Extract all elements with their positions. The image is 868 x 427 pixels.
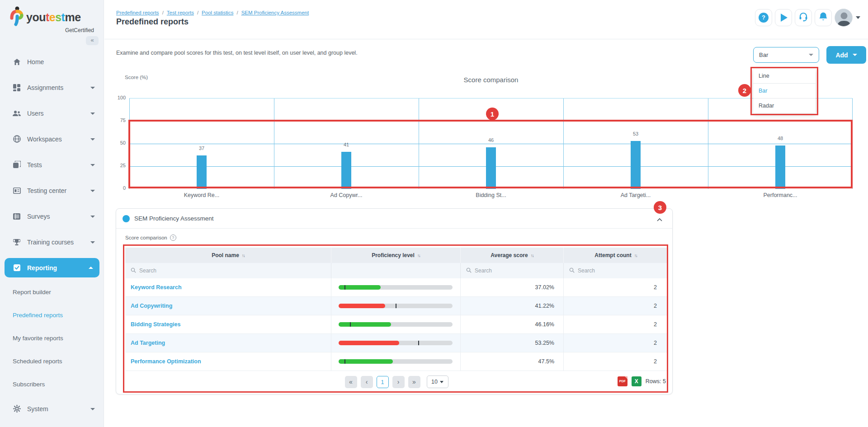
sort-icon[interactable]: ↑↓	[531, 253, 533, 258]
next-page-button[interactable]: ›	[392, 376, 405, 388]
attempt-count-cell: 2	[563, 315, 668, 333]
search-input-attempt-count[interactable]: Search	[563, 263, 668, 278]
dropdown-option-bar[interactable]: Bar	[753, 84, 816, 99]
gear-icon	[13, 405, 21, 413]
sidebar-item-surveys[interactable]: Surveys	[0, 203, 104, 229]
sidebar-item-reporting[interactable]: Reporting	[5, 258, 99, 277]
search-input-average-score[interactable]: Search	[460, 263, 563, 278]
chart-bar[interactable]	[631, 141, 641, 189]
x-category-label: Ad Targeti...	[563, 192, 708, 198]
x-category-label: Performanc...	[708, 192, 853, 198]
notifications-button[interactable]	[815, 9, 832, 26]
sidebar-item-tests[interactable]: Tests	[0, 152, 104, 178]
chart-bar[interactable]	[197, 155, 207, 189]
chevron-down-icon	[90, 138, 95, 141]
proficiency-progress-bar	[339, 285, 453, 290]
pool-link[interactable]: Bidding Strategies	[125, 321, 180, 328]
export-pdf-icon[interactable]: PDF	[618, 376, 627, 386]
breadcrumb-link[interactable]: Pool statistics	[202, 10, 233, 15]
sidebar-item-label: Assignments	[27, 84, 63, 91]
sidebar-item-label: Training courses	[27, 239, 74, 246]
average-score-cell: 47.5%	[460, 352, 563, 371]
bar-value-label: 46	[419, 137, 563, 143]
table-row: Performance Optimization 47.5% 2	[125, 352, 668, 371]
pool-link[interactable]: Ad Targeting	[125, 340, 165, 346]
table-footer: « ‹ 1 › » 10 PDF X Rows: 5	[125, 371, 668, 394]
sidebar-item-report-builder[interactable]: Report builder	[0, 281, 104, 304]
breadcrumb-link[interactable]: SEM Proficiency Assessment	[241, 10, 309, 15]
sidebar-nav: Home Assignments Users Workspaces Tests	[0, 49, 104, 422]
chart-bar[interactable]	[775, 145, 785, 189]
breadcrumb-link[interactable]: Predefined reports	[116, 10, 159, 15]
status-dot-icon	[123, 215, 130, 222]
sidebar-item-subscribers[interactable]: Subscribers	[0, 373, 104, 396]
chevron-down-icon	[90, 408, 95, 410]
average-score-cell: 53.25%	[460, 334, 563, 352]
chevron-down-icon	[90, 87, 95, 89]
chevron-up-icon	[89, 267, 93, 269]
column-header-average-score[interactable]: Average score↑↓	[460, 248, 563, 263]
bar-value-label: 48	[708, 136, 853, 141]
widget-header[interactable]: SEM Proficiency Assessment	[116, 209, 672, 229]
add-button[interactable]: Add	[826, 46, 866, 64]
breadcrumb-separator: /	[162, 10, 164, 15]
collapse-widget-button[interactable]	[657, 215, 662, 223]
sidebar-item-assignments[interactable]: Assignments	[0, 75, 104, 100]
column-header-proficiency-level[interactable]: Proficiency level↑↓	[331, 248, 460, 263]
video-tutorials-button[interactable]	[775, 9, 792, 26]
sidebar-collapse-button[interactable]: «	[86, 36, 99, 45]
chart-bar[interactable]	[341, 152, 351, 189]
sidebar-item-system[interactable]: System	[0, 396, 104, 422]
sidebar-item-scheduled-reports[interactable]: Scheduled reports	[0, 350, 104, 373]
sort-icon[interactable]: ↑↓	[634, 253, 637, 258]
pool-link[interactable]: Performance Optimization	[125, 358, 201, 365]
column-header-label: Pool name	[212, 252, 239, 258]
sidebar-item-label: Surveys	[27, 213, 50, 220]
search-input-pool-name[interactable]: Search	[125, 263, 331, 278]
page-size-select[interactable]: 10	[427, 375, 448, 388]
last-page-button[interactable]: »	[408, 376, 420, 388]
account-menu-chevron-icon[interactable]	[856, 16, 860, 19]
table-row: Ad Targeting 53.25% 2	[125, 334, 668, 352]
sidebar-item-users[interactable]: Users	[0, 100, 104, 126]
users-icon	[13, 109, 21, 117]
column-header-attempt-count[interactable]: Attempt count↑↓	[563, 248, 668, 263]
sidebar-item-training-courses[interactable]: Training courses	[0, 229, 104, 255]
attempt-count-cell: 2	[563, 352, 668, 371]
export-excel-icon[interactable]: X	[632, 376, 642, 386]
support-button[interactable]	[795, 9, 812, 26]
bar-value-label: 41	[274, 142, 419, 147]
sort-icon[interactable]: ↑↓	[242, 253, 245, 258]
current-page-button[interactable]: 1	[377, 376, 389, 388]
sidebar-item-testing-center[interactable]: Testing center	[0, 178, 104, 203]
previous-page-button[interactable]: ‹	[361, 376, 373, 388]
annotation-step-2: 2	[738, 84, 751, 97]
play-icon	[781, 14, 788, 22]
bell-icon	[819, 12, 828, 23]
search-icon	[569, 267, 575, 275]
search-placeholder: Search	[475, 267, 492, 274]
dropdown-option-line[interactable]: Line	[753, 69, 816, 84]
first-page-button[interactable]: «	[345, 376, 357, 388]
sidebar-subitem-label: Subscribers	[13, 381, 45, 388]
column-header-pool-name[interactable]: Pool name↑↓	[125, 248, 331, 263]
y-tick: 0	[108, 185, 126, 191]
dropdown-option-radar[interactable]: Radar	[753, 99, 816, 113]
pool-link[interactable]: Ad Copywriting	[125, 303, 172, 309]
breadcrumb-link[interactable]: Test reports	[167, 10, 194, 15]
sidebar-item-my-favorite-reports[interactable]: My favorite reports	[0, 327, 104, 350]
avatar[interactable]	[835, 9, 853, 27]
help-button[interactable]: ?	[755, 9, 772, 26]
chart-type-dropdown: Line Bar Radar	[753, 69, 816, 113]
sidebar-item-workspaces[interactable]: Workspaces	[0, 126, 104, 152]
chevron-down-icon	[90, 216, 95, 218]
sort-icon[interactable]: ↑↓	[417, 253, 420, 258]
chart-type-select[interactable]: Bar	[753, 47, 819, 63]
chevron-down-icon	[90, 241, 95, 244]
chart-bar[interactable]	[486, 147, 496, 189]
sidebar-item-home[interactable]: Home	[0, 49, 104, 75]
pool-link[interactable]: Keyword Research	[125, 284, 182, 291]
chart-bar-group: 41	[274, 99, 419, 189]
sidebar-item-predefined-reports[interactable]: Predefined reports	[0, 304, 104, 327]
y-tick: 100	[108, 95, 126, 100]
